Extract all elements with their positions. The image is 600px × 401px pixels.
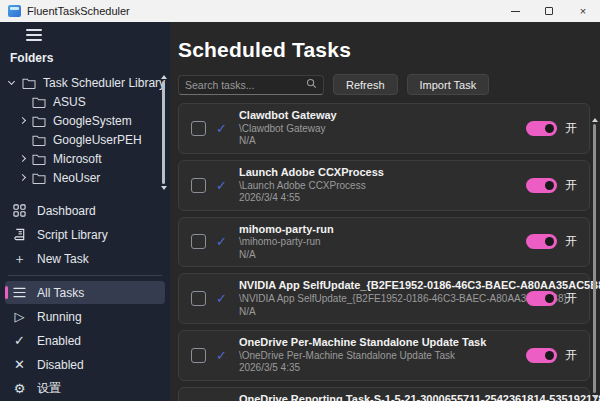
task-name: Clawdbot Gateway xyxy=(239,109,337,123)
task-checkbox[interactable] xyxy=(191,291,206,306)
task-list: ✓ Clawdbot Gateway \Clawdbot Gateway N/A… xyxy=(178,103,590,401)
nav-divider xyxy=(8,275,162,276)
task-next-run: 2026/3/5 4:35 xyxy=(239,362,486,375)
tree-item-label: GoogleSystem xyxy=(53,114,132,128)
app-icon xyxy=(8,5,21,17)
enable-toggle[interactable] xyxy=(526,291,557,306)
enabled-check-icon: ✓ xyxy=(216,348,227,363)
scroll-down-icon[interactable] xyxy=(592,395,598,399)
toggle-on-label: 开 xyxy=(565,177,577,194)
tree-item-task-scheduler-library[interactable]: Task Scheduler Library xyxy=(0,73,170,92)
minimize-button[interactable] xyxy=(498,0,532,22)
tree-item-label: GoogleUserPEH xyxy=(53,133,142,147)
x-icon: ✕ xyxy=(12,357,27,372)
tree-item-label: Task Scheduler Library xyxy=(43,76,165,90)
task-next-run: N/A xyxy=(239,306,516,319)
scrollbar-thumb[interactable] xyxy=(593,124,596,393)
tree-item-asus[interactable]: ASUS xyxy=(0,92,170,111)
sidebar-item-disabled[interactable]: ✕ Disabled xyxy=(5,353,165,376)
enable-toggle[interactable] xyxy=(526,234,557,249)
tree-item-neouser[interactable]: NeoUser xyxy=(0,168,170,187)
task-info: OneDrive Per-Machine Standalone Update T… xyxy=(239,336,486,375)
chevron-right-icon[interactable] xyxy=(19,156,32,161)
folder-icon xyxy=(22,77,36,89)
window-controls: × xyxy=(498,0,600,22)
tree-item-label: NeoUser xyxy=(53,171,100,185)
search-box[interactable] xyxy=(178,75,324,95)
task-path: \mihomo-party-run xyxy=(239,236,334,249)
sidebar-item-enabled[interactable]: ✓ Enabled xyxy=(5,329,165,352)
refresh-button[interactable]: Refresh xyxy=(333,74,398,95)
maximize-button[interactable] xyxy=(532,0,566,22)
sidebar-item-running[interactable]: ▷ Running xyxy=(5,305,165,328)
play-icon: ▷ xyxy=(12,309,27,324)
sidebar-item-label: Enabled xyxy=(37,334,81,348)
scrollbar-thumb[interactable] xyxy=(162,81,165,184)
task-path: \NVIDIA App SelfUpdate_{B2FE1952-0186-46… xyxy=(239,293,516,306)
enabled-check-icon: ✓ xyxy=(216,178,227,193)
plus-icon: ＋ xyxy=(12,250,27,268)
task-path: \Launch Adobe CCXProcess xyxy=(239,180,384,193)
sidebar-item-all-tasks[interactable]: All Tasks xyxy=(5,281,165,304)
import-task-button[interactable]: Import Task xyxy=(407,74,490,95)
close-button[interactable]: × xyxy=(566,0,600,22)
grid-icon xyxy=(12,204,27,217)
tree-item-quarkupdateruser[interactable]: QuarkUpdaterUser xyxy=(0,187,170,192)
folder-tree: Task Scheduler Library ASUS GoogleSystem… xyxy=(0,69,170,192)
task-info: OneDrive Reporting Task-S-1-5-21-3000655… xyxy=(239,393,516,401)
task-next-run: N/A xyxy=(239,249,334,262)
task-name: NVIDIA App SelfUpdate_{B2FE1952-0186-46C… xyxy=(239,279,516,293)
sidebar-item-new-task[interactable]: ＋ New Task xyxy=(5,247,165,270)
task-checkbox[interactable] xyxy=(191,234,206,249)
task-checkbox[interactable] xyxy=(191,178,206,193)
sidebar-item-dashboard[interactable]: Dashboard xyxy=(5,199,165,222)
tree-item-microsoft[interactable]: Microsoft xyxy=(0,149,170,168)
task-info: Clawdbot Gateway \Clawdbot Gateway N/A xyxy=(239,109,337,148)
main-scrollbar[interactable] xyxy=(591,118,598,399)
enable-toggle[interactable] xyxy=(526,348,557,363)
task-row[interactable]: ✓ OneDrive Per-Machine Standalone Update… xyxy=(178,330,590,381)
chevron-down-icon[interactable] xyxy=(9,81,22,84)
tree-item-label: Microsoft xyxy=(53,152,102,166)
sidebar-item-label: Script Library xyxy=(37,228,108,242)
sidebar-item-script-library[interactable]: Script Library xyxy=(5,223,165,246)
task-checkbox[interactable] xyxy=(191,348,206,363)
sidebar-item-settings[interactable]: ⚙ 设置 xyxy=(5,377,165,400)
tree-item-googleuserpeh[interactable]: GoogleUserPEH xyxy=(0,130,170,149)
task-row[interactable]: ✓ NVIDIA App SelfUpdate_{B2FE1952-0186-4… xyxy=(178,273,590,324)
folder-icon xyxy=(32,96,46,108)
task-info: NVIDIA App SelfUpdate_{B2FE1952-0186-46C… xyxy=(239,279,516,318)
check-icon: ✓ xyxy=(12,333,27,348)
task-path: \Clawdbot Gateway xyxy=(239,123,337,136)
folder-icon xyxy=(32,153,46,165)
tree-item-googlesystem[interactable]: GoogleSystem xyxy=(0,111,170,130)
book-icon xyxy=(12,228,27,241)
chevron-right-icon[interactable] xyxy=(19,175,32,180)
scroll-down-icon[interactable] xyxy=(161,186,167,190)
task-row[interactable]: ✓ OneDrive Reporting Task-S-1-5-21-30006… xyxy=(178,387,590,401)
enabled-check-icon: ✓ xyxy=(216,291,227,306)
task-row[interactable]: ✓ Launch Adobe CCXProcess \Launch Adobe … xyxy=(178,160,590,211)
sidebar-item-label: 设置 xyxy=(37,380,61,397)
task-checkbox[interactable] xyxy=(191,121,206,136)
task-row[interactable]: ✓ Clawdbot Gateway \Clawdbot Gateway N/A… xyxy=(178,103,590,154)
task-info: mihomo-party-run \mihomo-party-run N/A xyxy=(239,223,334,262)
list-icon xyxy=(12,287,27,298)
enable-toggle[interactable] xyxy=(526,121,557,136)
hamburger-menu-icon[interactable] xyxy=(26,29,42,41)
task-name: OneDrive Per-Machine Standalone Update T… xyxy=(239,336,486,350)
main-content: Scheduled Tasks Refresh Import Task ✓ Cl… xyxy=(170,22,600,401)
task-row[interactable]: ✓ mihomo-party-run \mihomo-party-run N/A… xyxy=(178,217,590,268)
task-info: Launch Adobe CCXProcess \Launch Adobe CC… xyxy=(239,166,384,205)
scroll-up-icon[interactable] xyxy=(592,118,598,122)
page-title: Scheduled Tasks xyxy=(178,38,590,62)
window-title: FluentTaskScheduler xyxy=(27,5,130,17)
search-input[interactable] xyxy=(185,79,306,91)
tree-scrollbar[interactable] xyxy=(160,75,167,190)
scroll-up-icon[interactable] xyxy=(161,75,167,79)
chevron-right-icon[interactable] xyxy=(19,118,32,123)
titlebar: FluentTaskScheduler × xyxy=(0,0,600,22)
toolbar: Refresh Import Task xyxy=(178,74,590,95)
toggle-on-label: 开 xyxy=(565,120,577,137)
enable-toggle[interactable] xyxy=(526,178,557,193)
